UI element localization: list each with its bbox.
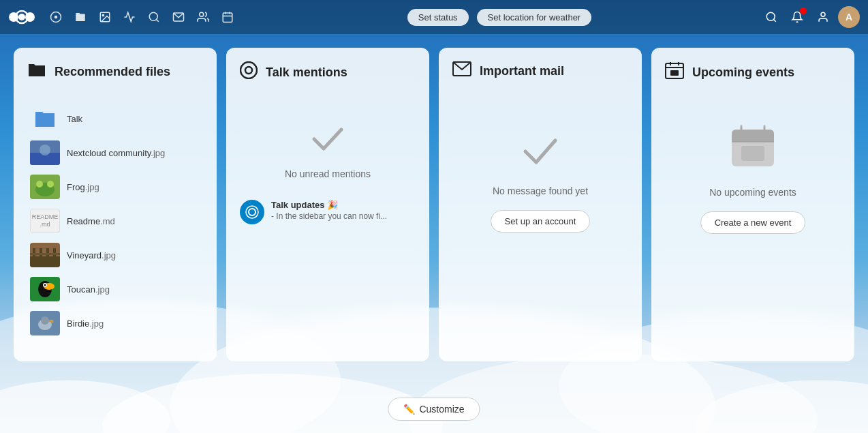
avatar[interactable]: A: [838, 6, 860, 28]
upcoming-events-title: Upcoming events: [692, 65, 794, 80]
navbar-center: Set status Set location for weather: [241, 9, 758, 26]
svg-point-1: [18, 14, 25, 20]
important-mail-title: Important mail: [480, 64, 564, 78]
recommended-files-title: Recommended files: [55, 65, 170, 79]
file-thumb-image: [30, 175, 60, 199]
no-mentions-text: No unread mentions: [285, 168, 371, 179]
notifications-icon[interactable]: [786, 6, 808, 28]
file-list: Talk Nextcloud community.jpg: [27, 102, 203, 340]
svg-point-49: [245, 205, 259, 219]
customize-btn[interactable]: ✏️ Customize: [388, 398, 480, 421]
svg-line-8: [156, 19, 158, 21]
recommended-files-header: Recommended files: [27, 61, 203, 89]
search-nav-icon[interactable]: [143, 6, 165, 28]
talk-update-title: Talk updates 🎉: [271, 200, 416, 210]
svg-point-6: [102, 14, 104, 16]
file-thumb-folder: [30, 106, 60, 131]
folder-icon: [27, 61, 46, 82]
svg-point-27: [40, 145, 50, 155]
navbar-right: A: [760, 6, 860, 28]
no-events-text: No upcoming events: [709, 187, 796, 198]
calendar-nav-icon[interactable]: [217, 6, 238, 28]
contacts-nav-icon[interactable]: [192, 6, 214, 28]
mail-card-icon: [452, 61, 471, 80]
upcoming-events-header: Upcoming events: [665, 61, 841, 90]
important-mail-card: Important mail No message found yet Set …: [439, 48, 642, 361]
set-up-account-btn[interactable]: Set up an account: [491, 210, 591, 233]
svg-point-24: [695, 380, 868, 433]
svg-line-16: [773, 19, 775, 21]
files-icon[interactable]: [69, 6, 91, 28]
svg-point-4: [55, 16, 58, 19]
svg-point-10: [200, 12, 204, 16]
file-name: Birdie.jpg: [67, 318, 104, 329]
svg-rect-57: [670, 70, 679, 76]
talk-icon: [240, 61, 258, 83]
file-name: Talk: [67, 114, 82, 124]
svg-point-46: [41, 316, 49, 325]
no-mail-text: No message found yet: [493, 185, 588, 196]
customize-icon: ✏️: [403, 404, 415, 415]
svg-point-47: [241, 62, 257, 78]
cards-container: Recommended files Talk: [0, 35, 868, 374]
list-item[interactable]: Nextcloud community.jpg: [27, 136, 203, 169]
file-name: Readme.md: [67, 216, 115, 226]
file-name: Frog.jpg: [67, 182, 99, 192]
user-status-icon[interactable]: [812, 6, 834, 28]
list-item[interactable]: Talk: [27, 102, 203, 135]
file-name: Vineyard.jpg: [67, 250, 116, 260]
talk-update-subtitle: - In the sidebar you can now fi...: [271, 211, 416, 221]
create-new-event-btn[interactable]: Create a new event: [700, 211, 806, 234]
mail-icon[interactable]: [168, 6, 189, 28]
svg-rect-11: [223, 13, 232, 23]
talk-mentions-body: No unread mentions Talk updates 🎉 - In t…: [240, 104, 416, 224]
nextcloud-logo[interactable]: [8, 8, 35, 26]
checkmark-icon: [310, 124, 345, 162]
search-icon[interactable]: [760, 6, 782, 28]
customize-btn-wrapper: ✏️ Customize: [388, 398, 480, 421]
talk-update-item[interactable]: Talk updates 🎉 - In the sidebar you can …: [240, 200, 416, 224]
svg-point-43: [44, 284, 46, 286]
list-item[interactable]: Toucan.jpg: [27, 273, 203, 305]
file-thumb-image: [30, 243, 60, 267]
navbar: Set status Set location for weather A: [0, 0, 868, 34]
calendar-large-icon: [729, 124, 777, 177]
svg-rect-38: [30, 253, 60, 255]
talk-mentions-card: Talk mentions No unread mentions: [226, 48, 429, 361]
file-thumb-image: [30, 140, 60, 165]
talk-avatar: [240, 200, 264, 224]
upcoming-events-body: No upcoming events Create a new event: [665, 104, 841, 234]
svg-point-17: [821, 12, 825, 16]
list-item[interactable]: README.md Readme.md: [27, 205, 203, 237]
important-mail-body: No message found yet Set up an account: [452, 101, 628, 233]
recommended-files-card: Recommended files Talk: [14, 48, 217, 361]
talk-mentions-title: Talk mentions: [266, 65, 347, 80]
set-status-btn[interactable]: Set status: [407, 9, 469, 26]
customize-label: Customize: [419, 404, 464, 415]
svg-point-23: [0, 380, 170, 433]
svg-point-48: [245, 67, 252, 74]
file-name: Nextcloud community.jpg: [67, 148, 165, 158]
talk-update-content: Talk updates 🎉 - In the sidebar you can …: [271, 200, 416, 221]
set-location-btn[interactable]: Set location for weather: [477, 9, 592, 26]
important-mail-header: Important mail: [452, 61, 628, 87]
file-thumb-doc: README.md: [30, 209, 60, 233]
notification-badge: [800, 8, 807, 14]
activity-icon[interactable]: [119, 6, 140, 28]
photos-icon[interactable]: [94, 6, 116, 28]
svg-rect-60: [732, 138, 774, 142]
upcoming-events-card: Upcoming events No upcoming events Creat…: [651, 48, 854, 361]
svg-point-30: [36, 181, 43, 188]
svg-point-15: [766, 12, 775, 20]
svg-point-31: [47, 181, 54, 188]
mail-checkmark-icon: [521, 135, 559, 176]
file-name: Toucan.jpg: [67, 284, 110, 295]
dashboard-icon[interactable]: [45, 6, 67, 28]
list-item[interactable]: Frog.jpg: [27, 170, 203, 203]
list-item[interactable]: Birdie.jpg: [27, 307, 203, 340]
file-thumb-image: [30, 277, 60, 301]
calendar-card-icon: [665, 61, 684, 83]
svg-point-7: [149, 12, 157, 20]
list-item[interactable]: Vineyard.jpg: [27, 239, 203, 271]
file-thumb-image: [30, 311, 60, 335]
